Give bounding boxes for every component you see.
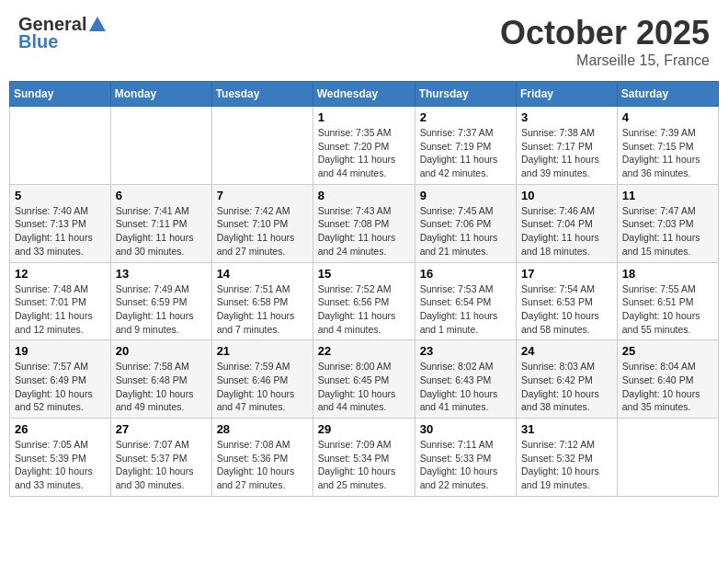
calendar-cell: 13Sunrise: 7:49 AMSunset: 6:59 PMDayligh… xyxy=(110,262,211,340)
day-number: 31 xyxy=(521,422,612,436)
day-number: 20 xyxy=(116,344,207,358)
day-number: 2 xyxy=(420,110,511,124)
calendar-cell xyxy=(110,107,211,185)
weekday-header-wednesday: Wednesday xyxy=(313,82,415,107)
calendar-cell: 17Sunrise: 7:54 AMSunset: 6:53 PMDayligh… xyxy=(517,262,618,340)
month-title: October 2025 xyxy=(500,14,710,52)
day-number: 10 xyxy=(521,189,612,202)
day-number: 16 xyxy=(420,267,511,281)
day-info: Sunrise: 7:47 AMSunset: 7:03 PMDaylight:… xyxy=(622,204,713,259)
calendar-cell: 24Sunrise: 8:03 AMSunset: 6:42 PMDayligh… xyxy=(517,340,618,419)
calendar-cell: 19Sunrise: 7:57 AMSunset: 6:49 PMDayligh… xyxy=(10,340,111,419)
calendar-cell: 2Sunrise: 7:37 AMSunset: 7:19 PMDaylight… xyxy=(415,107,516,185)
calendar-cell: 29Sunrise: 7:09 AMSunset: 5:34 PMDayligh… xyxy=(313,419,415,497)
day-number: 21 xyxy=(217,344,308,358)
day-info: Sunrise: 7:08 AMSunset: 5:36 PMDaylight:… xyxy=(217,438,308,492)
day-info: Sunrise: 7:12 AMSunset: 5:32 PMDaylight:… xyxy=(521,438,612,492)
calendar-cell: 10Sunrise: 7:46 AMSunset: 7:04 PMDayligh… xyxy=(517,184,618,262)
logo-blue-text: Blue xyxy=(18,31,58,52)
day-info: Sunrise: 7:52 AMSunset: 6:56 PMDaylight:… xyxy=(318,282,410,337)
calendar-cell: 28Sunrise: 7:08 AMSunset: 5:36 PMDayligh… xyxy=(211,419,313,497)
calendar-cell: 21Sunrise: 7:59 AMSunset: 6:46 PMDayligh… xyxy=(211,340,313,419)
calendar-cell: 5Sunrise: 7:40 AMSunset: 7:13 PMDaylight… xyxy=(10,184,111,262)
week-row-4: 19Sunrise: 7:57 AMSunset: 6:49 PMDayligh… xyxy=(10,340,719,419)
day-info: Sunrise: 8:03 AMSunset: 6:42 PMDaylight:… xyxy=(521,360,612,414)
weekday-header-friday: Friday xyxy=(517,82,618,107)
day-info: Sunrise: 7:54 AMSunset: 6:53 PMDaylight:… xyxy=(521,282,612,337)
calendar-cell: 11Sunrise: 7:47 AMSunset: 7:03 PMDayligh… xyxy=(617,184,718,262)
day-number: 19 xyxy=(15,344,106,358)
day-number: 12 xyxy=(15,267,106,281)
calendar-cell: 23Sunrise: 8:02 AMSunset: 6:43 PMDayligh… xyxy=(415,340,516,419)
weekday-header-row: SundayMondayTuesdayWednesdayThursdayFrid… xyxy=(10,82,719,107)
calendar-cell: 22Sunrise: 8:00 AMSunset: 6:45 PMDayligh… xyxy=(313,340,415,419)
day-info: Sunrise: 7:49 AMSunset: 6:59 PMDaylight:… xyxy=(116,282,207,337)
location: Marseille 15, France xyxy=(500,52,710,69)
page-header: General Blue October 2025 Marseille 15, … xyxy=(9,9,719,74)
day-number: 7 xyxy=(217,189,308,202)
day-info: Sunrise: 7:38 AMSunset: 7:17 PMDaylight:… xyxy=(521,126,612,180)
calendar-cell: 4Sunrise: 7:39 AMSunset: 7:15 PMDaylight… xyxy=(617,107,718,185)
day-number: 1 xyxy=(318,110,410,124)
calendar-cell xyxy=(211,107,313,185)
calendar-cell: 18Sunrise: 7:55 AMSunset: 6:51 PMDayligh… xyxy=(617,262,718,340)
calendar-cell: 16Sunrise: 7:53 AMSunset: 6:54 PMDayligh… xyxy=(415,262,516,340)
calendar-cell: 3Sunrise: 7:38 AMSunset: 7:17 PMDaylight… xyxy=(517,107,618,185)
calendar-table: SundayMondayTuesdayWednesdayThursdayFrid… xyxy=(9,81,719,497)
day-number: 6 xyxy=(116,189,207,202)
calendar-cell: 12Sunrise: 7:48 AMSunset: 7:01 PMDayligh… xyxy=(10,262,111,340)
calendar-cell: 1Sunrise: 7:35 AMSunset: 7:20 PMDaylight… xyxy=(313,107,415,185)
day-info: Sunrise: 7:57 AMSunset: 6:49 PMDaylight:… xyxy=(15,360,106,414)
day-number: 29 xyxy=(318,422,410,436)
logo-icon xyxy=(89,17,106,31)
day-number: 4 xyxy=(622,110,713,124)
logo: General Blue xyxy=(18,14,106,52)
day-number: 18 xyxy=(622,267,713,281)
day-number: 11 xyxy=(622,189,713,202)
day-info: Sunrise: 7:59 AMSunset: 6:46 PMDaylight:… xyxy=(217,360,308,414)
weekday-header-monday: Monday xyxy=(110,82,211,107)
day-info: Sunrise: 7:37 AMSunset: 7:19 PMDaylight:… xyxy=(420,126,511,180)
day-info: Sunrise: 7:05 AMSunset: 5:39 PMDaylight:… xyxy=(15,438,106,492)
week-row-3: 12Sunrise: 7:48 AMSunset: 7:01 PMDayligh… xyxy=(10,262,719,340)
day-number: 25 xyxy=(622,344,713,358)
day-info: Sunrise: 8:00 AMSunset: 6:45 PMDaylight:… xyxy=(318,360,410,414)
calendar-cell: 15Sunrise: 7:52 AMSunset: 6:56 PMDayligh… xyxy=(313,262,415,340)
day-info: Sunrise: 8:04 AMSunset: 6:40 PMDaylight:… xyxy=(622,360,713,414)
day-number: 9 xyxy=(420,189,511,202)
calendar-cell xyxy=(617,419,718,497)
week-row-2: 5Sunrise: 7:40 AMSunset: 7:13 PMDaylight… xyxy=(10,184,719,262)
calendar-cell: 26Sunrise: 7:05 AMSunset: 5:39 PMDayligh… xyxy=(10,419,111,497)
day-number: 24 xyxy=(521,344,612,358)
day-info: Sunrise: 7:53 AMSunset: 6:54 PMDaylight:… xyxy=(420,282,511,337)
day-number: 28 xyxy=(217,422,308,436)
day-info: Sunrise: 7:45 AMSunset: 7:06 PMDaylight:… xyxy=(420,204,511,259)
calendar-cell: 14Sunrise: 7:51 AMSunset: 6:58 PMDayligh… xyxy=(211,262,313,340)
weekday-header-tuesday: Tuesday xyxy=(211,82,313,107)
day-info: Sunrise: 7:07 AMSunset: 5:37 PMDaylight:… xyxy=(116,438,207,492)
day-info: Sunrise: 7:09 AMSunset: 5:34 PMDaylight:… xyxy=(318,438,410,492)
day-info: Sunrise: 7:43 AMSunset: 7:08 PMDaylight:… xyxy=(318,204,410,259)
day-number: 27 xyxy=(116,422,207,436)
day-info: Sunrise: 7:58 AMSunset: 6:48 PMDaylight:… xyxy=(116,360,207,414)
day-number: 17 xyxy=(521,267,612,281)
calendar-cell: 9Sunrise: 7:45 AMSunset: 7:06 PMDaylight… xyxy=(415,184,516,262)
day-number: 22 xyxy=(318,344,410,358)
calendar-cell: 31Sunrise: 7:12 AMSunset: 5:32 PMDayligh… xyxy=(517,419,618,497)
day-number: 26 xyxy=(15,422,106,436)
day-info: Sunrise: 7:35 AMSunset: 7:20 PMDaylight:… xyxy=(318,126,410,180)
day-number: 23 xyxy=(420,344,511,358)
day-number: 14 xyxy=(217,267,308,281)
calendar-cell: 20Sunrise: 7:58 AMSunset: 6:48 PMDayligh… xyxy=(110,340,211,419)
day-info: Sunrise: 7:41 AMSunset: 7:11 PMDaylight:… xyxy=(116,204,207,259)
week-row-5: 26Sunrise: 7:05 AMSunset: 5:39 PMDayligh… xyxy=(10,419,719,497)
day-info: Sunrise: 7:42 AMSunset: 7:10 PMDaylight:… xyxy=(217,204,308,259)
day-number: 5 xyxy=(15,189,106,202)
calendar-cell: 6Sunrise: 7:41 AMSunset: 7:11 PMDaylight… xyxy=(110,184,211,262)
calendar-cell: 8Sunrise: 7:43 AMSunset: 7:08 PMDaylight… xyxy=(313,184,415,262)
day-info: Sunrise: 8:02 AMSunset: 6:43 PMDaylight:… xyxy=(420,360,511,414)
day-number: 15 xyxy=(318,267,410,281)
calendar-cell xyxy=(10,107,111,185)
day-info: Sunrise: 7:55 AMSunset: 6:51 PMDaylight:… xyxy=(622,282,713,337)
day-info: Sunrise: 7:40 AMSunset: 7:13 PMDaylight:… xyxy=(15,204,106,259)
